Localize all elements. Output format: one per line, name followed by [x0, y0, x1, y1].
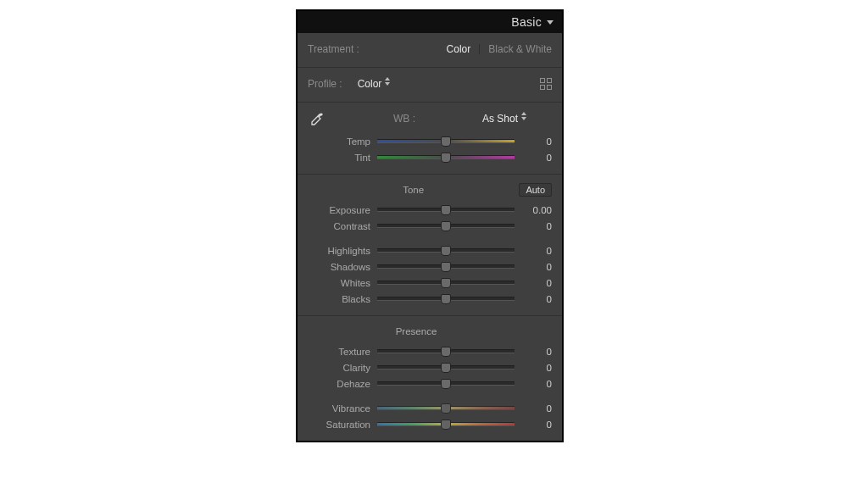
eyedropper-icon[interactable]: [308, 109, 326, 128]
slider-thumb[interactable]: [441, 278, 451, 288]
wb-label: WB :: [326, 113, 482, 125]
wb-section: WB : As Shot Temp 0 Tint 0: [298, 103, 562, 175]
presence-section: Presence Texture 0 Clarity 0 Dehaze 0: [298, 316, 562, 441]
basic-panel: Basic Treatment : Color Black & White Pr…: [297, 10, 563, 442]
whites-label: Whites: [308, 278, 377, 288]
texture-label: Texture: [308, 347, 377, 357]
whites-slider[interactable]: Whites 0: [308, 275, 552, 291]
clarity-slider[interactable]: Clarity 0: [308, 359, 552, 375]
dehaze-slider[interactable]: Dehaze 0: [308, 375, 552, 392]
temp-value[interactable]: 0: [515, 136, 552, 147]
contrast-value[interactable]: 0: [515, 221, 552, 231]
profile-dropdown[interactable]: Color: [358, 78, 391, 90]
exposure-value[interactable]: 0.00: [515, 205, 552, 215]
contrast-label: Contrast: [308, 221, 377, 231]
texture-slider[interactable]: Texture 0: [308, 343, 552, 359]
treatment-label: Treatment :: [308, 43, 359, 55]
vibrance-value[interactable]: 0: [515, 403, 552, 414]
auto-button[interactable]: Auto: [519, 183, 552, 197]
vibrance-label: Vibrance: [308, 403, 377, 414]
slider-thumb[interactable]: [441, 136, 451, 147]
tint-slider[interactable]: Tint 0: [308, 149, 552, 165]
slider-thumb[interactable]: [441, 246, 451, 256]
exposure-slider[interactable]: Exposure 0.00: [308, 202, 552, 218]
collapse-icon: [547, 20, 554, 25]
updown-icon: [521, 117, 526, 120]
dehaze-label: Dehaze: [308, 379, 377, 389]
exposure-label: Exposure: [308, 205, 377, 215]
saturation-value[interactable]: 0: [515, 420, 552, 430]
texture-value[interactable]: 0: [515, 347, 552, 357]
shadows-slider[interactable]: Shadows 0: [308, 258, 552, 275]
vibrance-slider[interactable]: Vibrance 0: [308, 400, 552, 416]
whites-value[interactable]: 0: [515, 278, 552, 288]
shadows-label: Shadows: [308, 262, 377, 272]
slider-thumb[interactable]: [441, 153, 451, 163]
treatment-color[interactable]: Color: [447, 43, 471, 55]
slider-thumb[interactable]: [441, 363, 451, 373]
slider-thumb[interactable]: [441, 294, 451, 304]
wb-dropdown[interactable]: As Shot: [482, 113, 526, 125]
tone-section: Tone Auto Exposure 0.00 Contrast 0 Highl…: [298, 175, 562, 316]
slider-thumb[interactable]: [441, 262, 451, 272]
slider-thumb[interactable]: [441, 379, 451, 389]
clarity-value[interactable]: 0: [515, 363, 552, 373]
slider-thumb[interactable]: [441, 403, 451, 414]
panel-body: Treatment : Color Black & White Profile …: [298, 33, 562, 441]
separator: [479, 44, 480, 54]
profile-value: Color: [358, 78, 382, 90]
profile-section: Profile : Color: [298, 68, 562, 103]
tint-label: Tint: [308, 153, 377, 163]
panel-title: Basic: [511, 15, 542, 29]
slider-thumb[interactable]: [441, 221, 451, 231]
slider-thumb[interactable]: [441, 205, 451, 215]
temp-slider[interactable]: Temp 0: [308, 133, 552, 149]
tone-heading: Tone: [403, 185, 424, 195]
highlights-label: Highlights: [308, 246, 377, 256]
svg-point-0: [320, 113, 322, 115]
profile-label: Profile :: [308, 78, 342, 90]
treatment-section: Treatment : Color Black & White: [298, 33, 562, 68]
dehaze-value[interactable]: 0: [515, 379, 552, 389]
contrast-slider[interactable]: Contrast 0: [308, 218, 552, 234]
highlights-value[interactable]: 0: [515, 246, 552, 256]
updown-icon: [385, 82, 390, 86]
highlights-slider[interactable]: Highlights 0: [308, 242, 552, 258]
panel-titlebar[interactable]: Basic: [298, 11, 562, 33]
clarity-label: Clarity: [308, 363, 377, 373]
presence-heading: Presence: [396, 326, 437, 336]
slider-thumb[interactable]: [441, 420, 451, 430]
temp-label: Temp: [308, 136, 377, 147]
wb-value: As Shot: [482, 113, 518, 125]
saturation-slider[interactable]: Saturation 0: [308, 416, 552, 432]
shadows-value[interactable]: 0: [515, 262, 552, 272]
blacks-value[interactable]: 0: [515, 294, 552, 304]
saturation-label: Saturation: [308, 420, 377, 430]
profile-browser-icon[interactable]: [540, 78, 552, 90]
treatment-bw[interactable]: Black & White: [488, 43, 552, 55]
tint-value[interactable]: 0: [515, 153, 552, 163]
blacks-slider[interactable]: Blacks 0: [308, 291, 552, 307]
slider-thumb[interactable]: [441, 347, 451, 357]
blacks-label: Blacks: [308, 294, 377, 304]
